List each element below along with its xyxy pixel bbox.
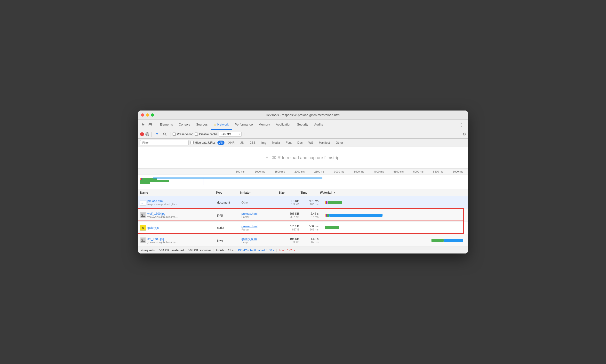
filter-type-css[interactable]: CSS bbox=[248, 141, 257, 145]
file-domain: responsive-preload.glitch... bbox=[147, 203, 179, 206]
filter-bar: Hide data URLs All XHR JS CSS Img Media … bbox=[138, 139, 468, 147]
hide-data-urls-label[interactable]: Hide data URLs bbox=[191, 141, 215, 144]
tab-security[interactable]: Security bbox=[294, 120, 311, 130]
more-tabs-button[interactable]: ⋮ bbox=[458, 122, 466, 128]
tick-4500: 4500 ms bbox=[389, 170, 408, 173]
jpg-file-icon bbox=[140, 212, 146, 218]
row-name-cell: wolf_1600.jpg yoavweiss.github.io/ima... bbox=[138, 209, 216, 221]
resources-size: 503 KB resources bbox=[188, 249, 211, 252]
preserve-log-label[interactable]: Preserve log bbox=[172, 132, 193, 136]
filter-type-xhr[interactable]: XHR bbox=[226, 141, 236, 145]
row-waterfall-2 bbox=[320, 221, 468, 234]
timeline-bar bbox=[138, 174, 468, 189]
search-icon[interactable] bbox=[162, 131, 168, 137]
filter-type-other[interactable]: Other bbox=[334, 141, 345, 145]
row-initiator: preload.html Parser bbox=[240, 221, 279, 234]
filter-type-all[interactable]: All bbox=[217, 141, 224, 145]
row-time: 566 ms 565 ms bbox=[301, 221, 320, 234]
svg-line-3 bbox=[147, 133, 148, 135]
initiator-link[interactable]: preload.html bbox=[241, 212, 277, 215]
col-header-waterfall: Waterfall ▲ bbox=[320, 191, 468, 194]
svg-text:<>: <> bbox=[141, 202, 143, 204]
row-waterfall-0 bbox=[320, 196, 468, 209]
table-header: Name Type Initiator Size Time Waterfall … bbox=[138, 189, 468, 196]
row-type: jpeg bbox=[216, 209, 240, 221]
tab-application[interactable]: Application bbox=[273, 120, 294, 130]
throttle-select[interactable]: Fast 3G No throttling Slow 3G Offline bbox=[219, 132, 242, 137]
row-type: document bbox=[216, 196, 240, 209]
devtools-tabs: Elements Console Sources ⚠ Network Perfo… bbox=[138, 120, 468, 130]
tab-audits[interactable]: Audits bbox=[311, 120, 326, 130]
col-header-size: Size bbox=[279, 191, 301, 194]
tab-performance[interactable]: Performance bbox=[232, 120, 255, 130]
filter-type-font[interactable]: Font bbox=[284, 141, 293, 145]
initiator-link[interactable]: preload.html bbox=[241, 225, 277, 228]
row-waterfall-3 bbox=[320, 234, 468, 247]
tab-elements[interactable]: Elements bbox=[157, 120, 176, 130]
svg-rect-0 bbox=[149, 124, 152, 126]
jpg-file-icon-2 bbox=[140, 237, 146, 243]
row-waterfall-1 bbox=[320, 209, 468, 221]
html-file-icon: <> bbox=[140, 200, 146, 206]
tab-network[interactable]: ⚠ Network bbox=[211, 120, 232, 130]
dom-content-loaded: DOMContentLoaded: 1.60 s bbox=[238, 249, 274, 252]
tab-memory[interactable]: Memory bbox=[256, 120, 273, 130]
row-time: 2.48 s 814 ms bbox=[301, 209, 320, 221]
waterfall-vline bbox=[376, 209, 376, 221]
timeline-vline bbox=[204, 178, 204, 185]
filter-type-js[interactable]: JS bbox=[238, 141, 246, 145]
transferred-size: 504 KB transferred bbox=[159, 249, 184, 252]
record-button[interactable] bbox=[140, 132, 144, 136]
filter-type-media[interactable]: Media bbox=[270, 141, 282, 145]
tick-6000: 6000 ms bbox=[448, 170, 468, 173]
row-size: 194 KB 193 KB bbox=[279, 234, 301, 247]
table-row[interactable]: JS gallery.js script preload.html Parser… bbox=[138, 221, 468, 234]
svg-rect-8 bbox=[141, 213, 145, 218]
preserve-log-checkbox[interactable] bbox=[172, 132, 176, 136]
settings-icon[interactable]: ⚙ bbox=[462, 132, 466, 136]
filter-type-img[interactable]: Img bbox=[259, 141, 268, 145]
sort-arrow-icon: ▲ bbox=[333, 191, 335, 194]
filter-type-doc[interactable]: Doc bbox=[295, 141, 304, 145]
hide-data-urls-checkbox[interactable] bbox=[191, 141, 194, 144]
file-name-block: cat_1600.jpg yoavweiss.github.io/ima... bbox=[147, 237, 178, 244]
warning-icon: ⚠ bbox=[213, 123, 216, 126]
close-button[interactable] bbox=[141, 113, 144, 117]
disable-cache-checkbox[interactable] bbox=[195, 132, 198, 136]
table-row[interactable]: cat_1600.jpg yoavweiss.github.io/ima... … bbox=[138, 234, 468, 247]
row-time: 1.62 s 567 ms bbox=[301, 234, 320, 247]
tab-console[interactable]: Console bbox=[176, 120, 193, 130]
js-file-icon: JS bbox=[140, 225, 146, 231]
filter-type-manifest[interactable]: Manifest bbox=[317, 141, 332, 145]
table-row[interactable]: wolf_1600.jpg yoavweiss.github.io/ima...… bbox=[138, 209, 468, 221]
row-name-cell: cat_1600.jpg yoavweiss.github.io/ima... bbox=[138, 234, 216, 247]
table-row[interactable]: <> preload.html responsive-preload.glitc… bbox=[138, 196, 468, 209]
waterfall-vline bbox=[376, 221, 376, 234]
filmstrip-hint: Hit ⌘ R to reload and capture filmstrip. bbox=[265, 155, 341, 160]
filter-icon[interactable] bbox=[154, 131, 160, 137]
cursor-icon[interactable] bbox=[140, 121, 147, 128]
file-domain: yoavweiss.github.io/ima... bbox=[147, 241, 178, 244]
timeline-header: 500 ms 1000 ms 1500 ms 2000 ms 2500 ms 3… bbox=[138, 169, 468, 174]
minimize-button[interactable] bbox=[146, 113, 149, 117]
stop-button[interactable] bbox=[145, 132, 149, 136]
file-name: cat_1600.jpg bbox=[147, 237, 178, 241]
tab-sources[interactable]: Sources bbox=[193, 120, 211, 130]
filter-type-ws[interactable]: WS bbox=[306, 141, 315, 145]
file-name-block: preload.html responsive-preload.glitch..… bbox=[147, 199, 179, 206]
throttle-selector[interactable]: Fast 3G No throttling Slow 3G Offline ▾ bbox=[219, 132, 242, 137]
col-header-type: Type bbox=[216, 191, 240, 194]
waterfall-vline bbox=[376, 234, 376, 247]
row-name-cell: <> preload.html responsive-preload.glitc… bbox=[138, 196, 216, 209]
devtools-window: DevTools - responsive-preload.glitch.me/… bbox=[138, 111, 468, 253]
status-bar: 4 requests | 504 KB transferred | 503 KB… bbox=[138, 247, 468, 253]
window-controls bbox=[141, 113, 154, 117]
download-icon[interactable]: ↓ bbox=[248, 132, 252, 136]
upload-icon[interactable]: ↑ bbox=[243, 132, 247, 136]
maximize-button[interactable] bbox=[151, 113, 154, 117]
filter-input[interactable] bbox=[140, 140, 189, 145]
initiator-type: Script bbox=[241, 241, 277, 244]
initiator-link[interactable]: gallery.js:18 bbox=[241, 237, 277, 241]
disable-cache-label[interactable]: Disable cache bbox=[195, 132, 217, 136]
dock-icon[interactable] bbox=[147, 121, 154, 128]
